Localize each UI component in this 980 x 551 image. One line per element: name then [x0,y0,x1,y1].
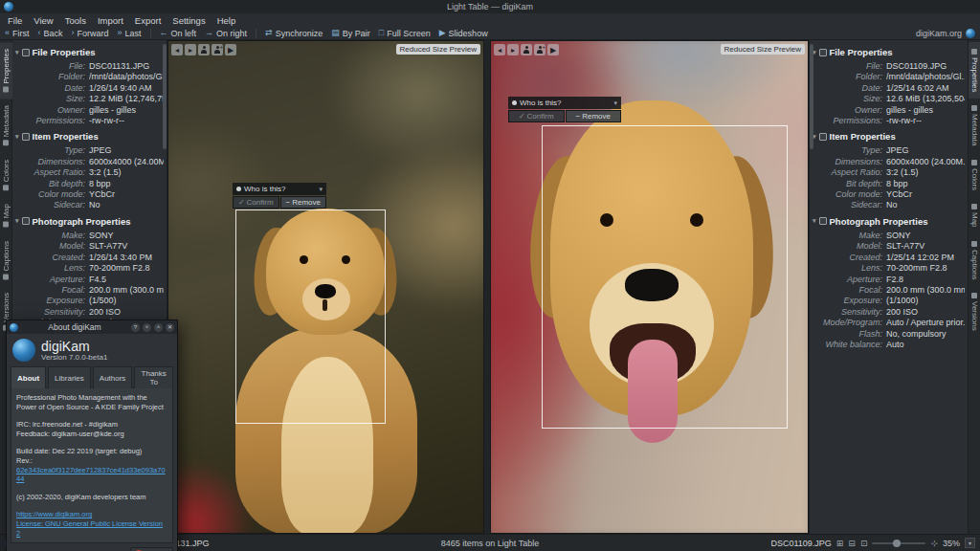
full-screen-button[interactable]: □Full Screen [379,29,431,38]
license-link[interactable]: License: GNU General Public License Vers… [16,519,167,538]
on-right-button[interactable]: →On right [205,29,247,38]
sidebar-tab-versions[interactable]: Versions [969,286,980,338]
property-value: Auto / Aperture prior... [886,318,965,328]
face-detect-icon[interactable] [198,44,210,55]
forward-button[interactable]: ›Forward [72,29,109,38]
collapse-icon[interactable]: ▾ [15,217,19,225]
menu-settings[interactable]: Settings [172,15,205,26]
sidebar-tab-metadata[interactable]: Metadata [969,99,980,152]
photograph-properties-icon [819,217,827,225]
property-row: Aspect Ratio:3:2 (1.5) [812,167,965,178]
zoom-fit-icon[interactable]: ⊞ [836,539,844,548]
dialog-titlebar[interactable]: About digiKam ? ˅ ˄ ✕ [7,320,177,334]
pane-back-icon[interactable]: ◂ [494,44,505,55]
menu-help[interactable]: Help [217,15,236,26]
revision-link[interactable]: 62e343cea0f3127dee712837ce41d33e093a7044 [16,466,167,484]
property-label: File: [14,61,85,72]
menu-export[interactable]: Export [135,15,161,26]
panel-scrollbar[interactable] [163,44,167,149]
metadata-tab-icon [3,141,9,146]
sidebar-tab-properties[interactable]: Properties [0,42,12,99]
menu-view[interactable]: View [33,15,53,26]
dialog-close-icon[interactable]: ✕ [166,323,174,332]
sidebar-tab-metadata[interactable]: Metadata [0,99,12,152]
sidebar-tab-map[interactable]: Map [969,197,980,234]
menu-import[interactable]: Import [98,15,123,26]
sidebar-tab-captions[interactable]: Captions [0,234,12,287]
zoom-select-icon[interactable]: ⊡ [860,539,868,548]
panel-scrollbar[interactable] [810,44,813,149]
photograph-properties-header[interactable]: ▾ Photograph Properties [813,216,965,227]
dialog-tab-authors[interactable]: Authors [93,366,133,388]
sidebar-tab-colors[interactable]: Colors [969,153,980,197]
toolbar-button-label: Back [44,29,63,38]
slideshow-button[interactable]: ▶Slideshow [439,29,488,38]
chevron-down-icon[interactable]: ▾ [319,186,323,193]
confirm-button[interactable]: ✓ Confirm [233,196,279,209]
menu-tools[interactable]: Tools [65,15,86,26]
dialog-help-icon[interactable]: ? [131,323,140,332]
face-detect-icon[interactable] [521,44,532,55]
right-zoom-dropdown[interactable]: ▾ [965,538,975,548]
sidebar-tab-captions[interactable]: Captions [969,234,980,287]
sidebar-tab-map[interactable]: Map [0,197,12,234]
sidebar-tab-label: Versions [969,301,980,331]
on-left-button[interactable]: ←On left [160,29,197,38]
dialog-tab-libraries[interactable]: Libraries [48,366,91,388]
dialog-shade-icon[interactable]: ˅ [143,323,151,332]
file-properties-header[interactable]: ▾ File Properties [813,47,965,57]
menu-file[interactable]: File [8,15,22,26]
photograph-properties-header[interactable]: ▾ Photograph Properties [15,216,164,227]
brand-label: digiKam.org [916,29,962,38]
first-button[interactable]: «First [5,29,30,38]
property-label: Owner: [14,105,85,116]
property-label: Folder: [14,72,85,82]
file-properties-rows: File:DSC01109.JPGFolder:/mnt/data/photos… [812,61,965,126]
item-properties-header[interactable]: ▾ Item Properties [15,131,164,142]
file-properties-header[interactable]: ▾ File Properties [15,47,164,57]
remove-button[interactable]: − Remove [280,196,327,209]
zoom-1to1-icon[interactable]: ⊟ [848,539,856,548]
pane-forward-icon[interactable]: ▸ [185,44,196,55]
confirm-button[interactable]: ✓ Confirm [508,110,565,122]
chevron-down-icon[interactable]: ▾ [613,99,617,107]
back-button[interactable]: ‹Back [38,29,63,38]
dialog-tab-about[interactable]: About [11,366,46,388]
property-row: Sidecar:No [14,200,164,210]
pane-back-icon[interactable]: ◂ [171,44,183,55]
person-plus-icon: + [536,46,544,54]
pane-play-icon[interactable]: ▶ [225,44,236,55]
about-description: Professional Photo Management with the P… [16,393,167,411]
sidebar-tab-colors[interactable]: Colors [0,153,12,197]
property-value: SONY [886,231,965,241]
dialog-maximize-icon[interactable]: ˄ [154,323,163,332]
pane-forward-icon[interactable]: ▸ [507,44,519,55]
right-zoom-slider[interactable] [872,542,925,544]
property-label: Model: [812,241,882,252]
synchronize-button[interactable]: ⇄Synchronize [265,29,323,38]
collapse-icon[interactable]: ▾ [15,49,19,56]
face-add-icon[interactable]: + [212,44,223,55]
face-region-rectangle[interactable] [235,209,386,424]
website-link[interactable]: https://www.digikam.org [16,510,167,519]
lighttable-left-preview[interactable]: ◂ ▸ + ▶ Reduced Size Preview Who is this… [167,40,484,534]
property-label: Date: [812,83,882,94]
face-add-icon[interactable]: + [534,44,546,55]
face-region-rectangle[interactable] [542,125,788,429]
lighttable-right-preview[interactable]: ◂ ▸ + ▶ Reduced Size Preview Who is this… [490,40,809,534]
close-button[interactable]: ✕ Close [130,547,173,551]
face-name-input[interactable]: Who is this? ▾ [508,97,621,109]
remove-button[interactable]: − Remove [566,110,622,122]
dialog-tab-thanks-to[interactable]: Thanks To [134,366,173,388]
by-pair-button[interactable]: ▤By Pair [331,29,370,38]
sidebar-tab-properties[interactable]: Properties [969,42,980,99]
slider-handle[interactable] [893,540,901,547]
property-label: Make: [812,231,882,241]
pane-play-icon[interactable]: ▶ [547,44,559,55]
collapse-icon[interactable]: ▾ [813,217,816,225]
item-properties-header[interactable]: ▾ Item Properties [813,131,965,142]
face-name-input[interactable]: Who is this? ▾ [233,183,326,195]
last-button[interactable]: »Last [118,29,142,38]
collapse-icon[interactable]: ▾ [15,133,19,141]
property-label: Dimensions: [14,157,85,167]
